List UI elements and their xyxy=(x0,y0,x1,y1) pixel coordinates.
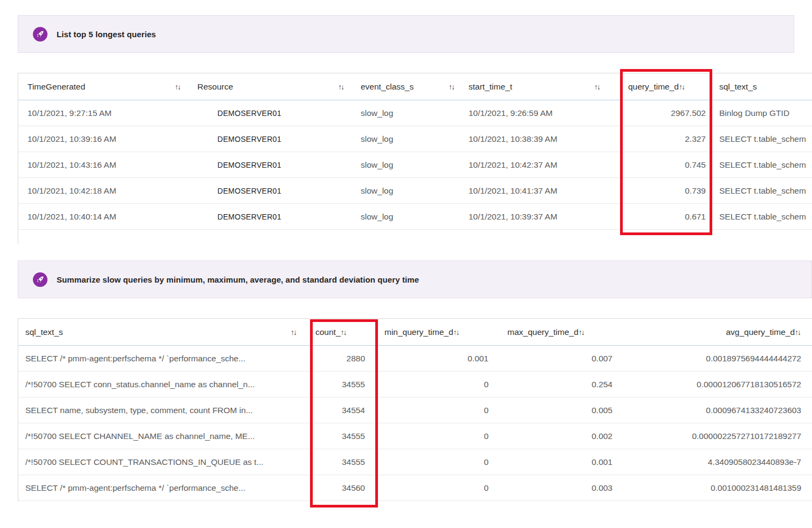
cell-avg-query-time: 0.000012067718130516572 xyxy=(617,372,812,397)
cell-event-class: slow_log xyxy=(353,204,469,229)
cell-event-class: slow_log xyxy=(353,178,469,203)
cell-min-query-time: 0 xyxy=(380,449,493,475)
column-header-event-class[interactable]: event_class_s ↑↓ xyxy=(353,73,469,100)
cell-start-time: 10/1/2021, 10:41:37 AM xyxy=(469,178,625,203)
cell-query-time: 2.327 xyxy=(625,126,714,152)
column-header-query-time[interactable]: query_time_d ↑↓ xyxy=(625,73,714,100)
cell-sql-text: /*!50700 SELECT conn_status.channel_name… xyxy=(18,372,312,397)
column-header-sql-text[interactable]: sql_text_s xyxy=(714,73,812,100)
cell-avg-query-time: 0.0000022572710172189277 xyxy=(617,423,812,449)
column-label: count_ xyxy=(315,327,341,337)
table-row[interactable]: /*!50700 SELECT CHANNEL_NAME as channel_… xyxy=(18,423,812,449)
sort-icon[interactable]: ↑↓ xyxy=(449,83,455,91)
column-header-count[interactable]: count_ ↑↓ xyxy=(312,319,380,345)
sort-icon[interactable]: ↑↓ xyxy=(338,83,345,91)
banner-label: Summarize slow queries by minimum, maxim… xyxy=(57,275,419,284)
cell-avg-query-time: 0.001000231481481359 xyxy=(617,475,812,500)
column-label: query_time_d xyxy=(628,82,679,92)
table-row[interactable]: 10/1/2021, 10:43:16 AM DEMOSERVER01 slow… xyxy=(18,152,812,178)
cell-avg-query-time: 0.0018975694444444272 xyxy=(617,346,812,371)
table-row[interactable]: 10/1/2021, 10:40:14 AM DEMOSERVER01 slow… xyxy=(18,204,812,230)
sort-icon[interactable]: ↑↓ xyxy=(291,328,297,337)
cell-count: 34554 xyxy=(312,397,380,423)
column-header-avg-query-time[interactable]: avg_query_time_d ↑↓ xyxy=(617,319,812,345)
cell-sql-text: /*!50700 SELECT COUNT_TRANSACTIONS_IN_QU… xyxy=(18,449,312,475)
sort-icon[interactable]: ↑↓ xyxy=(795,328,801,337)
cell-max-query-time: 0.003 xyxy=(493,475,617,500)
cell-event-class: slow_log xyxy=(353,126,469,152)
sort-icon[interactable]: ↑↓ xyxy=(175,83,181,91)
cell-time-generated: 10/1/2021, 10:43:16 AM xyxy=(18,152,191,177)
cell-event-class: slow_log xyxy=(353,100,469,126)
column-label: sql_text_s xyxy=(25,327,63,337)
cell-sql-text: SELECT /* pmm-agent:perfschema */ `perfo… xyxy=(18,346,312,371)
cell-start-time: 10/1/2021, 9:26:59 AM xyxy=(469,100,625,126)
rocket-icon xyxy=(33,27,47,42)
table-row[interactable]: 10/1/2021, 10:39:16 AM DEMOSERVER01 slow… xyxy=(18,126,812,152)
cell-max-query-time: 0.254 xyxy=(493,372,617,397)
sort-icon[interactable]: ↑↓ xyxy=(579,328,585,337)
column-header-time-generated[interactable]: TimeGenerated ↑↓ xyxy=(18,73,191,100)
table-row[interactable]: 10/1/2021, 9:27:15 AM DEMOSERVER01 slow_… xyxy=(18,100,812,126)
sort-icon[interactable]: ↑↓ xyxy=(341,328,347,337)
table-row[interactable]: SELECT /* pmm-agent:perfschema */ `perfo… xyxy=(18,346,812,372)
table-row[interactable]: SELECT name, subsystem, type, comment, c… xyxy=(18,397,812,423)
cell-max-query-time: 0.007 xyxy=(493,346,617,371)
column-label: min_query_time_d xyxy=(384,327,453,337)
page: List top 5 longest queries TimeGenerated… xyxy=(0,0,812,528)
cell-avg-query-time: 0.0009674133240723603 xyxy=(617,397,812,423)
column-label: start_time_t xyxy=(469,82,512,92)
column-header-min-query-time[interactable]: min_query_time_d ↑↓ xyxy=(380,319,493,345)
table-row[interactable]: /*!50700 SELECT conn_status.channel_name… xyxy=(18,372,812,397)
cell-resource: DEMOSERVER01 xyxy=(191,100,353,126)
cell-count: 34555 xyxy=(312,372,380,397)
prompt-banner-top-queries: List top 5 longest queries xyxy=(18,15,794,53)
cell-query-time: 0.745 xyxy=(625,152,714,177)
cell-start-time: 10/1/2021, 10:42:37 AM xyxy=(469,152,625,177)
cell-min-query-time: 0.001 xyxy=(380,346,493,371)
cell-sql-text: /*!50700 SELECT CHANNEL_NAME as channel_… xyxy=(18,423,312,449)
column-header-start-time[interactable]: start_time_t ↑↓ xyxy=(469,73,625,100)
column-header-sql-text[interactable]: sql_text_s ↑↓ xyxy=(18,319,312,345)
cell-min-query-time: 0 xyxy=(380,423,493,449)
cell-avg-query-time: 4.3409058023440893e-7 xyxy=(617,449,812,475)
cell-start-time: 10/1/2021, 10:38:39 AM xyxy=(469,126,625,152)
cell-sql-text: Binlog Dump GTID xyxy=(714,100,812,126)
sort-icon[interactable]: ↑↓ xyxy=(679,83,685,91)
cell-resource: DEMOSERVER01 xyxy=(191,152,353,177)
cell-sql-text: SELECT t.table_schem xyxy=(714,204,812,229)
cell-sql-text: SELECT /* pmm-agent:perfschema */ `perfo… xyxy=(18,475,312,500)
cell-count: 34555 xyxy=(312,423,380,449)
cell-time-generated: 10/1/2021, 10:40:14 AM xyxy=(18,204,191,229)
table-row[interactable]: SELECT /* pmm-agent:perfschema */ `perfo… xyxy=(18,475,812,501)
banner-label: List top 5 longest queries xyxy=(57,30,156,39)
cell-min-query-time: 0 xyxy=(380,475,493,500)
cell-time-generated: 10/1/2021, 10:42:18 AM xyxy=(18,178,191,203)
cell-resource: DEMOSERVER01 xyxy=(191,178,353,203)
rocket-icon xyxy=(33,272,47,287)
table-row[interactable]: /*!50700 SELECT COUNT_TRANSACTIONS_IN_QU… xyxy=(18,449,812,475)
cell-sql-text: SELECT t.table_schem xyxy=(714,178,812,203)
cell-count: 34560 xyxy=(312,475,380,500)
cell-count: 34555 xyxy=(312,449,380,475)
cell-time-generated: 10/1/2021, 10:39:16 AM xyxy=(18,126,191,152)
cell-query-time: 0.671 xyxy=(625,204,714,229)
column-header-max-query-time[interactable]: max_query_time_d ↑↓ xyxy=(493,319,617,345)
table1-header-row: TimeGenerated ↑↓ Resource ↑↓ event_class… xyxy=(18,73,812,100)
cell-resource: DEMOSERVER01 xyxy=(191,126,353,152)
column-label: TimeGenerated xyxy=(27,82,85,92)
column-label: event_class_s xyxy=(361,82,414,92)
cell-max-query-time: 0.005 xyxy=(493,397,617,423)
cell-max-query-time: 0.002 xyxy=(493,423,617,449)
column-label: avg_query_time_d xyxy=(726,327,795,337)
table-row[interactable]: 10/1/2021, 10:42:18 AM DEMOSERVER01 slow… xyxy=(18,178,812,204)
column-label: sql_text_s xyxy=(719,82,757,92)
sort-icon[interactable]: ↑↓ xyxy=(594,83,601,91)
column-header-resource[interactable]: Resource ↑↓ xyxy=(191,73,353,100)
column-label: max_query_time_d xyxy=(507,327,579,337)
prompt-banner-summarize: Summarize slow queries by minimum, maxim… xyxy=(18,260,812,298)
sort-icon[interactable]: ↑↓ xyxy=(453,328,460,337)
table2-header-row: sql_text_s ↑↓ count_ ↑↓ min_query_time_d… xyxy=(18,319,812,346)
cell-sql-text: SELECT t.table_schem xyxy=(714,152,812,177)
top-queries-table: TimeGenerated ↑↓ Resource ↑↓ event_class… xyxy=(18,73,812,244)
